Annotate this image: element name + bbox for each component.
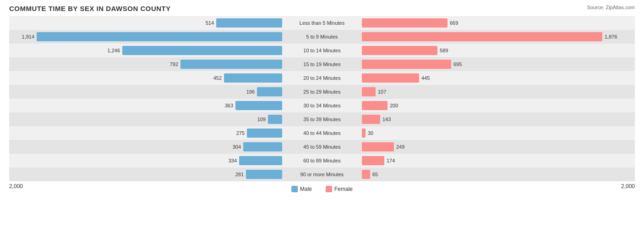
female-value: 249 (396, 144, 411, 150)
right-bar-container: 1,876 (361, 32, 635, 41)
right-bar-container: 445 (361, 73, 635, 83)
female-value: 65 (372, 172, 387, 177)
female-bar (362, 170, 370, 179)
chart-container: COMMUTE TIME BY SEX IN DAWSON COUNTY Sou… (0, 0, 644, 240)
left-bar-container: 452 (9, 73, 283, 83)
bar-row: 79215 to 19 Minutes695 (9, 57, 635, 71)
female-bar (362, 128, 366, 138)
row-label: 60 to 89 Minutes (283, 158, 361, 163)
right-bar-container: 107 (361, 87, 635, 96)
female-bar (362, 115, 380, 124)
bar-row: 514Less than 5 Minutes669 (9, 16, 635, 30)
male-value: 514 (199, 20, 214, 26)
female-value: 445 (421, 75, 436, 81)
axis-left-label: 2,000 (9, 183, 23, 192)
female-bar (362, 18, 448, 28)
left-bar-container: 1,246 (9, 46, 283, 55)
right-bar-container: 669 (361, 18, 635, 28)
row-label: 40 to 44 Minutes (283, 130, 361, 136)
row-label: Less than 5 Minutes (283, 20, 361, 26)
legend-female: Female (326, 186, 353, 192)
bar-row: 10935 to 39 Minutes143 (9, 112, 635, 126)
bar-row: 33460 to 89 Minutes174 (9, 154, 635, 167)
right-bar-container: 30 (361, 128, 635, 138)
legend-male: Male (291, 186, 312, 192)
bar-row: 30445 to 59 Minutes249 (9, 140, 635, 154)
chart-rows: 514Less than 5 Minutes6691,9145 to 9 Min… (9, 16, 635, 181)
male-value: 281 (229, 172, 244, 177)
row-label: 5 to 9 Minutes (283, 34, 361, 39)
legend: Male Female (291, 186, 353, 192)
left-bar-container: 792 (9, 60, 283, 69)
right-bar-container: 200 (361, 101, 635, 110)
axis-right-label: 2,000 (621, 183, 635, 192)
female-bar (362, 142, 394, 151)
bar-row: 45220 to 24 Minutes445 (9, 71, 635, 85)
row-label: 25 to 29 Minutes (283, 89, 361, 95)
row-label: 90 or more Minutes (283, 172, 361, 177)
chart-title: COMMUTE TIME BY SEX IN DAWSON COUNTY (9, 5, 635, 12)
male-bar (122, 46, 282, 55)
male-value: 1,914 (20, 34, 34, 39)
left-bar-container: 1,914 (9, 32, 283, 41)
source-label: Source: ZipAtlas.com (587, 5, 635, 10)
right-bar-container: 249 (361, 142, 635, 151)
left-bar-container: 275 (9, 128, 283, 138)
row-label: 20 to 24 Minutes (283, 75, 361, 81)
male-bar (37, 32, 282, 41)
male-bar (247, 128, 282, 138)
bar-row: 1,24610 to 14 Minutes589 (9, 44, 635, 57)
bar-row: 27540 to 44 Minutes30 (9, 126, 635, 140)
female-value: 589 (440, 48, 454, 53)
row-label: 15 to 19 Minutes (283, 61, 361, 67)
female-value: 174 (387, 158, 401, 163)
female-value: 669 (450, 20, 464, 26)
female-value: 1,876 (605, 34, 619, 39)
male-value: 1,246 (105, 48, 120, 53)
male-bar (243, 142, 282, 151)
male-value: 363 (218, 103, 233, 108)
male-value: 792 (164, 61, 178, 67)
male-bar (216, 18, 282, 28)
bar-row: 36330 to 34 Minutes200 (9, 99, 635, 112)
male-bar (235, 101, 282, 110)
legend-female-label: Female (334, 186, 353, 192)
left-bar-container: 281 (9, 170, 283, 179)
male-bar (180, 60, 282, 69)
male-value: 109 (251, 117, 266, 122)
left-bar-container: 196 (9, 87, 283, 96)
female-bar (362, 32, 602, 41)
female-bar (362, 73, 419, 83)
male-bar (268, 115, 282, 124)
male-value: 452 (207, 75, 222, 81)
row-label: 10 to 14 Minutes (283, 48, 361, 53)
male-bar (224, 73, 282, 83)
bar-row: 28190 or more Minutes65 (9, 167, 635, 181)
female-bar (362, 101, 387, 110)
right-bar-container: 65 (361, 170, 635, 179)
female-value: 695 (453, 61, 468, 67)
left-bar-container: 334 (9, 156, 283, 165)
female-value: 143 (382, 117, 397, 122)
row-label: 35 to 39 Minutes (283, 117, 361, 122)
axis-row: 2,000 Male Female 2,000 (9, 183, 635, 192)
female-bar (362, 60, 451, 69)
male-bar (246, 170, 282, 179)
left-bar-container: 363 (9, 101, 283, 110)
male-bar (257, 87, 282, 96)
left-bar-container: 514 (9, 18, 283, 28)
bar-row: 1,9145 to 9 Minutes1,876 (9, 30, 635, 44)
female-bar (362, 87, 376, 96)
female-value: 200 (390, 103, 404, 108)
female-value: 107 (378, 89, 393, 95)
female-bar (362, 46, 437, 55)
female-bar (362, 156, 384, 165)
left-bar-container: 109 (9, 115, 283, 124)
male-value: 334 (222, 158, 237, 163)
legend-male-box (291, 186, 298, 192)
left-bar-container: 304 (9, 142, 283, 151)
right-bar-container: 174 (361, 156, 635, 165)
male-value: 275 (230, 130, 245, 136)
legend-male-label: Male (300, 186, 312, 192)
female-value: 30 (368, 130, 382, 136)
